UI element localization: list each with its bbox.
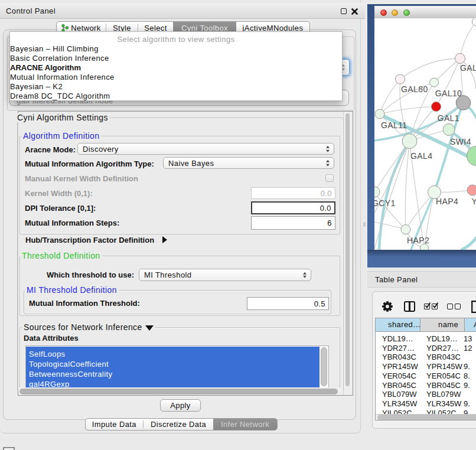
svg-text:GAL10: GAL10 — [435, 89, 462, 98]
svg-text:GCY1: GCY1 — [374, 198, 396, 208]
svg-text:SWI4: SWI4 — [450, 137, 471, 146]
svg-text:HAP2: HAP2 — [407, 236, 429, 245]
svg-text:GAL80: GAL80 — [401, 84, 428, 94]
svg-text:GAL80: GAL80 — [460, 63, 476, 73]
svg-text:Y: Y — [472, 197, 476, 206]
svg-text:HAP4: HAP4 — [436, 197, 458, 206]
svg-text:GAL4: GAL4 — [410, 151, 432, 161]
svg-text:GAL11: GAL11 — [381, 120, 407, 130]
svg-text:GAL1: GAL1 — [438, 113, 459, 123]
